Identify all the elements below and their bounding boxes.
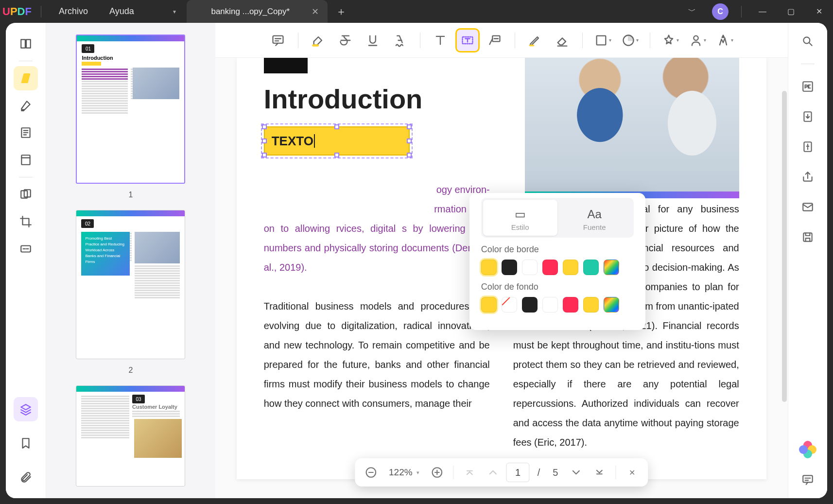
thumbnail-label-2: 2 — [129, 366, 133, 375]
swatch-border-black[interactable] — [502, 260, 517, 275]
next-page-button[interactable] — [566, 462, 586, 483]
attachment-button[interactable] — [14, 465, 38, 489]
share-button[interactable] — [798, 167, 817, 187]
page-number-block — [264, 58, 308, 73]
new-tab-button[interactable]: ＋ — [331, 0, 351, 23]
close-nav-button[interactable]: ✕ — [622, 462, 642, 483]
swatch-fill-none[interactable] — [502, 297, 517, 313]
text-annotation-box[interactable]: TEXTO — [264, 126, 410, 156]
sticker-tool[interactable]: ▾ — [618, 28, 642, 52]
svg-rect-8 — [596, 35, 606, 45]
ocr-button[interactable] — [798, 77, 817, 96]
shape-tool[interactable]: ▾ — [590, 28, 615, 52]
swatch-border-yellow-selected[interactable] — [481, 260, 497, 275]
text-tool[interactable] — [428, 28, 452, 52]
document-tab[interactable]: banking ...opy_Copy* ✕ — [187, 0, 328, 23]
close-window-button[interactable]: ✕ — [805, 0, 833, 23]
svg-rect-1 — [21, 155, 30, 165]
swatch-border-custom[interactable] — [604, 260, 619, 275]
comment-tool[interactable] — [266, 28, 290, 52]
tab-list-dropdown[interactable]: ▾ — [164, 0, 185, 23]
minimize-button[interactable]: — — [748, 0, 777, 23]
right-tool-rail — [788, 23, 827, 498]
menu-help[interactable]: Ayuda — [99, 6, 145, 17]
form-tools-button[interactable] — [14, 148, 38, 172]
left-tool-rail — [6, 23, 46, 498]
prev-page-button[interactable] — [483, 462, 503, 483]
email-button[interactable] — [798, 197, 817, 217]
tab-title: banking ...opy_Copy* — [195, 7, 306, 17]
swatch-fill-custom[interactable] — [604, 297, 619, 313]
window-controls: ﹀ C — ▢ ✕ — [678, 0, 833, 23]
underline-tool[interactable] — [361, 28, 385, 52]
svg-rect-19 — [803, 475, 813, 482]
strikethrough-tool[interactable] — [333, 28, 358, 52]
tab-style[interactable]: ▭ Estilo — [483, 200, 557, 236]
swatch-border-white[interactable] — [522, 260, 538, 275]
swatch-fill-red[interactable] — [563, 297, 578, 313]
zoom-in-button[interactable] — [427, 462, 448, 483]
page-tools-button[interactable] — [14, 121, 38, 145]
edit-mode-button[interactable] — [14, 93, 38, 118]
page-thumbnail-2[interactable]: 02 Promoting Best Practice and Reducing … — [76, 210, 185, 359]
close-tab-icon[interactable]: ✕ — [312, 6, 319, 17]
border-color-swatches — [481, 260, 634, 275]
last-page-button[interactable] — [589, 462, 609, 483]
highlight-tool[interactable] — [306, 28, 330, 52]
fill-color-swatches — [481, 297, 634, 313]
signature-tool[interactable]: ▾ — [685, 28, 710, 52]
swatch-border-red[interactable] — [542, 260, 558, 275]
title-bar: UPDF Archivo Ayuda ▾ banking ...opy_Copy… — [0, 0, 833, 23]
user-avatar[interactable]: C — [712, 3, 729, 20]
ink-sign-tool[interactable]: ▾ — [712, 28, 737, 52]
swatch-fill-yellow[interactable] — [583, 297, 599, 313]
app-logo: UPDF — [0, 0, 34, 23]
search-button[interactable] — [798, 32, 817, 51]
textbox-tool[interactable] — [455, 28, 480, 52]
first-page-button[interactable] — [460, 462, 480, 483]
zoom-level[interactable]: 122%▾ — [384, 467, 424, 478]
reader-mode-button[interactable] — [14, 32, 38, 56]
swatch-fill-yellow-selected[interactable] — [481, 297, 497, 313]
layers-button[interactable] — [14, 397, 38, 421]
current-page-input[interactable]: 1 — [506, 463, 530, 482]
vertical-scrollbar[interactable] — [782, 91, 787, 402]
annotate-mode-button[interactable] — [14, 66, 38, 90]
pencil-tool[interactable] — [523, 28, 547, 52]
page-navigation-bar: 122%▾ 1 / 5 ✕ — [355, 458, 648, 487]
ai-assistant-button[interactable] — [798, 440, 817, 459]
svg-rect-18 — [803, 233, 812, 241]
eraser-tool[interactable] — [550, 28, 574, 52]
tab-font[interactable]: Aa Fuente — [557, 200, 632, 236]
swatch-fill-white[interactable] — [542, 297, 558, 313]
chevron-down-icon[interactable]: ﹀ — [678, 0, 706, 23]
stamp-tool[interactable]: ▾ — [658, 28, 682, 52]
compress-button[interactable] — [798, 137, 817, 156]
highlighter-icon — [21, 73, 30, 83]
zoom-out-button[interactable] — [361, 462, 381, 483]
callout-tool[interactable] — [483, 28, 507, 52]
menu-file[interactable]: Archivo — [48, 6, 99, 17]
comments-panel-button[interactable] — [798, 470, 817, 489]
font-icon: Aa — [557, 208, 632, 221]
bookmark-button[interactable] — [14, 431, 38, 455]
maximize-button[interactable]: ▢ — [777, 0, 805, 23]
crop-tool-button[interactable] — [14, 209, 38, 234]
swatch-border-teal[interactable] — [583, 260, 599, 275]
convert-button[interactable] — [798, 107, 817, 126]
squiggly-tool[interactable] — [388, 28, 412, 52]
app-body: 01 Introduction 1 02 Promoting Best Prac… — [6, 23, 827, 498]
hero-image — [525, 58, 739, 194]
svg-point-10 — [694, 35, 698, 40]
thumbnails-panel[interactable]: 01 Introduction 1 02 Promoting Best Prac… — [46, 23, 215, 498]
organize-pages-button[interactable] — [14, 182, 38, 207]
rectangle-icon: ▭ — [483, 208, 557, 221]
fill-color-label: Color de fondo — [481, 282, 634, 292]
svg-point-13 — [803, 37, 810, 43]
swatch-border-yellow[interactable] — [563, 260, 578, 275]
page-thumbnail-3[interactable]: 03 Customer Loyalty — [76, 385, 185, 487]
swatch-fill-black[interactable] — [522, 297, 538, 313]
save-button[interactable] — [798, 227, 817, 247]
redact-tool-button[interactable] — [14, 237, 38, 261]
page-thumbnail-1[interactable]: 01 Introduction — [76, 35, 185, 184]
